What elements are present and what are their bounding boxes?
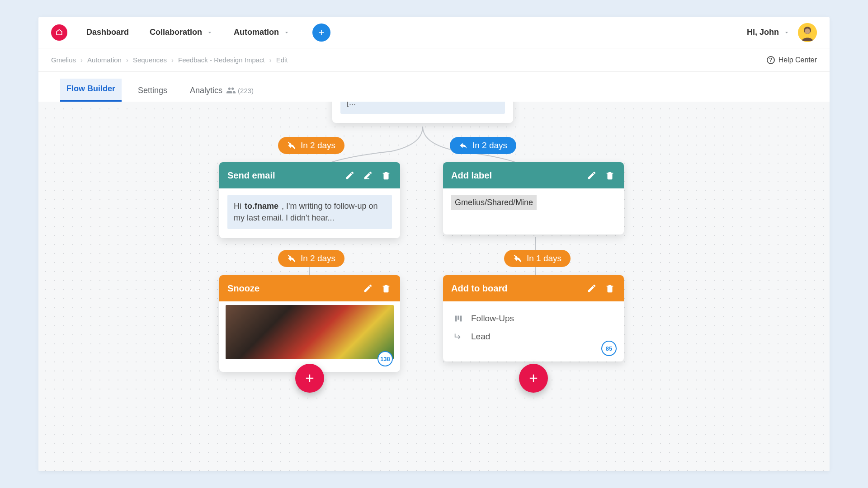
no-reply-icon bbox=[287, 141, 296, 150]
reply-icon bbox=[459, 141, 468, 150]
svg-rect-11 bbox=[458, 315, 459, 319]
user-menu[interactable]: Hi, John bbox=[747, 28, 790, 37]
brand-logo[interactable] bbox=[51, 24, 67, 41]
chevron-right-icon: › bbox=[80, 56, 83, 64]
node-count-badge: 85 bbox=[601, 341, 617, 356]
svg-rect-12 bbox=[460, 315, 462, 321]
plus-icon bbox=[317, 28, 326, 37]
label-value: Gmelius/Shared/Mine bbox=[451, 195, 537, 210]
svg-rect-7 bbox=[364, 178, 369, 179]
preview-text: Hi bbox=[234, 202, 244, 211]
nav-collaboration[interactable]: Collaboration bbox=[150, 28, 213, 37]
node-snooze[interactable]: Snooze 138 bbox=[219, 275, 400, 372]
pill-label: In 2 days bbox=[472, 141, 507, 150]
node-header: Add label bbox=[443, 162, 624, 188]
nav-automation-label: Automation bbox=[234, 28, 279, 37]
delete-icon[interactable] bbox=[604, 169, 616, 181]
chevron-down-icon bbox=[783, 29, 790, 36]
gmelius-logo-icon bbox=[55, 28, 64, 37]
node-header: Snooze bbox=[219, 275, 400, 301]
edit-template-icon[interactable] bbox=[362, 169, 374, 181]
condition-no-reply-pill[interactable]: In 2 days bbox=[278, 250, 344, 267]
create-button[interactable] bbox=[312, 23, 330, 42]
board-name: Follow-Ups bbox=[471, 312, 514, 325]
top-nav: Dashboard Collaboration Automation Hi, J… bbox=[38, 17, 830, 48]
tab-analytics-label: Analytics bbox=[190, 86, 222, 95]
node-body bbox=[219, 301, 400, 372]
help-center-link[interactable]: ? Help Center bbox=[767, 56, 817, 64]
node-title: Send email bbox=[227, 170, 338, 181]
crumb-sequences[interactable]: Sequences bbox=[133, 56, 167, 64]
flow-canvas[interactable]: Send email Trying to connect Hi to.fname… bbox=[38, 102, 830, 471]
crumb-automation[interactable]: Automation bbox=[87, 56, 122, 64]
node-title: Add to board bbox=[451, 283, 580, 294]
column-name: Lead bbox=[471, 330, 490, 343]
add-step-button[interactable] bbox=[519, 364, 548, 393]
nav-automation[interactable]: Automation bbox=[234, 28, 290, 37]
condition-no-reply-pill[interactable]: In 1 days bbox=[504, 250, 571, 267]
plus-icon bbox=[527, 372, 540, 385]
condition-no-reply-pill[interactable]: In 2 days bbox=[278, 137, 344, 154]
email-preview: Hi to.fname , I'm writing to follow-up o… bbox=[227, 195, 392, 229]
email-preview: Hi to.fname, I'm reaching out because it… bbox=[340, 102, 505, 114]
connectors bbox=[38, 102, 830, 471]
column-row: Lead bbox=[452, 328, 615, 346]
no-reply-icon bbox=[513, 254, 522, 263]
node-count-badge: 138 bbox=[377, 351, 393, 366]
board-row: Follow-Ups bbox=[452, 310, 615, 328]
pill-label: In 1 days bbox=[527, 253, 561, 263]
chevron-down-icon bbox=[283, 29, 290, 36]
svg-rect-10 bbox=[455, 315, 457, 321]
chevron-right-icon: › bbox=[269, 56, 272, 64]
user-greeting: Hi, John bbox=[747, 28, 779, 37]
crumb-feedback[interactable]: Feedback - Redesign Impact bbox=[178, 56, 265, 64]
analytics-count: (223) bbox=[238, 87, 254, 94]
tab-flow-builder[interactable]: Flow Builder bbox=[60, 79, 122, 102]
help-icon: ? bbox=[767, 56, 775, 64]
node-body: Follow-Ups Lead bbox=[443, 301, 624, 361]
no-reply-icon bbox=[287, 254, 296, 263]
delete-icon[interactable] bbox=[380, 169, 392, 181]
preview-text: , I'm reaching out because it looks like… bbox=[347, 102, 496, 107]
nav-collaboration-label: Collaboration bbox=[150, 28, 202, 37]
avatar-image bbox=[798, 23, 817, 42]
node-send-email-root[interactable]: Send email Trying to connect Hi to.fname… bbox=[332, 102, 513, 123]
node-title: Snooze bbox=[227, 283, 356, 294]
avatar[interactable] bbox=[798, 23, 817, 42]
pill-label: In 2 days bbox=[301, 253, 335, 263]
delete-icon[interactable] bbox=[604, 282, 616, 294]
merge-token: to.fname bbox=[244, 202, 279, 211]
board-icon bbox=[452, 314, 465, 324]
pill-label: In 2 days bbox=[301, 141, 335, 150]
edit-icon[interactable] bbox=[344, 169, 356, 181]
svg-point-2 bbox=[805, 28, 810, 34]
node-header: Send email bbox=[219, 162, 400, 188]
node-header: Add to board bbox=[443, 275, 624, 301]
condition-reply-pill[interactable]: In 2 days bbox=[450, 137, 516, 154]
crumb-gmelius[interactable]: Gmelius bbox=[51, 56, 76, 64]
nav-dashboard[interactable]: Dashboard bbox=[86, 28, 129, 37]
node-add-label[interactable]: Add label Gmelius/Shared/Mine bbox=[443, 162, 624, 235]
crumb-edit[interactable]: Edit bbox=[276, 56, 288, 64]
node-body: Hi to.fname , I'm writing to follow-up o… bbox=[219, 188, 400, 238]
add-step-button[interactable] bbox=[295, 364, 324, 393]
tab-analytics[interactable]: Analytics (223) bbox=[184, 85, 260, 102]
help-center-label: Help Center bbox=[778, 56, 817, 64]
delete-icon[interactable] bbox=[380, 282, 392, 294]
node-send-email-followup[interactable]: Send email Hi to.fname , I'm writing to … bbox=[219, 162, 400, 238]
snooze-image bbox=[226, 305, 394, 359]
app-frame: Dashboard Collaboration Automation Hi, J… bbox=[38, 17, 830, 471]
chevron-right-icon: › bbox=[126, 56, 128, 64]
breadcrumb: Gmelius › Automation › Sequences › Feedb… bbox=[38, 48, 830, 72]
node-title: Add label bbox=[451, 170, 580, 181]
tab-bar: Flow Builder Settings Analytics (223) bbox=[38, 72, 830, 102]
arrow-into-icon bbox=[452, 331, 465, 341]
chevron-right-icon: › bbox=[171, 56, 174, 64]
edit-icon[interactable] bbox=[586, 282, 598, 294]
edit-icon[interactable] bbox=[362, 282, 374, 294]
plus-icon bbox=[303, 372, 316, 385]
node-add-to-board[interactable]: Add to board Follow-Ups bbox=[443, 275, 624, 361]
tab-settings[interactable]: Settings bbox=[132, 86, 174, 102]
edit-icon[interactable] bbox=[586, 169, 598, 181]
node-body: Gmelius/Shared/Mine bbox=[443, 188, 624, 235]
